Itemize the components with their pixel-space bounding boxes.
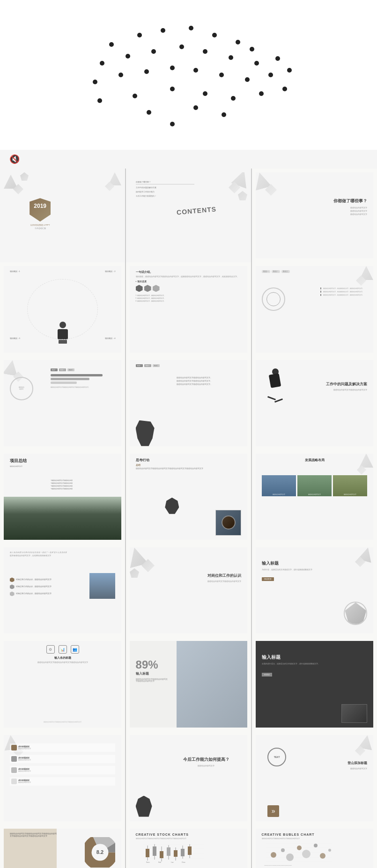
dot bbox=[275, 56, 280, 61]
quote-icon: » bbox=[272, 808, 275, 814]
contents-item-3: 如何提升工作执行能力 bbox=[136, 191, 195, 193]
svg-point-31 bbox=[281, 848, 285, 852]
tag-2: 数据二 bbox=[272, 270, 280, 273]
dot bbox=[250, 47, 254, 51]
dot bbox=[97, 98, 102, 103]
rec-item-1: 对岗位和工作的认识，描述结合内容写文字 bbox=[16, 579, 52, 581]
intro-title: 一句话介绍。 bbox=[136, 270, 242, 274]
dot bbox=[236, 40, 240, 44]
dot bbox=[147, 110, 151, 115]
slides-row-1: 2019 以外科技进报告 LFPPT 工作总结汇报 你都做了哪些事？ 工作中的问… bbox=[0, 169, 377, 262]
slide-summary: 项目总结 描述结合内容写文字 • 描述结合内容写文字描述结合内容 • 描述结合内… bbox=[0, 450, 125, 544]
q-line-1: 描述结合内容写文字 bbox=[303, 207, 367, 209]
dot bbox=[268, 73, 273, 77]
action-title: 思考/行动 bbox=[136, 458, 242, 463]
dot bbox=[203, 91, 207, 96]
prog-tag-3: 数据三 bbox=[67, 368, 74, 371]
hex-label-2: 项目概况：2 bbox=[105, 270, 115, 272]
dot bbox=[254, 61, 259, 66]
slides-row-5: 输入各的标题"以结果内容的这些描述一描述了一选择"是什么意思发展 提升标准结合内… bbox=[0, 544, 377, 637]
slide-title-sub: 以外科技进报告 LFPPT bbox=[22, 224, 59, 226]
dot bbox=[170, 87, 175, 91]
prog-tag-2: 数据二 bbox=[59, 368, 66, 371]
dark-title-desc: 全面的进行适当，连接适当的文本描述文字，进行连接描述数据文字。 bbox=[262, 663, 368, 665]
step-2: 2. 描述结合内容写文字，描述结合内容写文字。 bbox=[136, 297, 242, 299]
rec-item-3: 对岗位和工作的认识，描述结合内容写文字 bbox=[16, 593, 52, 595]
list-item-2-desc: 描述结合内容写文字 bbox=[18, 759, 31, 761]
svg-rect-14 bbox=[167, 847, 170, 856]
slides-row-3: 描述结合内容写 数据一 数据二 数据三 描述结合内容写 bbox=[0, 356, 377, 450]
diagram-label-3: 描述结合内容写文字，此处描述结合文字，描述结合内容写文字。 bbox=[320, 294, 367, 296]
action-sub: 总结 bbox=[136, 463, 242, 466]
dot bbox=[229, 55, 233, 60]
problem-title: 工作中的问题及解决方案 bbox=[297, 382, 368, 387]
dot bbox=[203, 49, 207, 54]
summary-desc: 描述结合内容写文字 bbox=[10, 465, 27, 467]
slide-recognition: 输入各的标题"以结果内容的这些描述一描述了一选择"是什么意思发展 提升标准结合内… bbox=[0, 544, 125, 637]
progress-title: • 项目进度 bbox=[136, 280, 242, 283]
svg-text:Open: Open bbox=[146, 861, 150, 863]
dot bbox=[109, 42, 114, 47]
svg-text:High: High bbox=[158, 861, 162, 863]
strategy-card-1: 描述结合内容写文字 bbox=[263, 493, 295, 495]
slide-stock: CREATIVE STOCK CHARTS 描述结合内容写文字描述结合内容写文字… bbox=[126, 825, 251, 868]
stock-chart-svg: Open High Low Close bbox=[136, 842, 206, 863]
summary-p1: • 描述结合内容写文字描述结合内容 bbox=[51, 479, 115, 481]
slides-row-4: 项目总结 描述结合内容写文字 • 描述结合内容写文字描述结合内容 • 描述结合内… bbox=[0, 450, 377, 544]
strategy-card-2: 描述结合内容写文字 bbox=[298, 493, 331, 495]
slide-work-title: 工作总结汇报 bbox=[35, 227, 46, 229]
dark-read-more[interactable]: 阅读更多 bbox=[262, 673, 272, 677]
summary-p4: • 描述结合内容写文字描述结合内容 bbox=[51, 488, 115, 490]
progress-note: 描述结合内容写文字描述结合内容写文字描述结合内容写文字。 bbox=[51, 386, 115, 388]
dot bbox=[118, 73, 123, 77]
icon-section-title: 输入各的标题 bbox=[10, 656, 116, 660]
slide-list: 成长标题描述 描述结合内容写文字 成长标题描述 描述结合内容写文字 成长标题描述 bbox=[0, 731, 125, 825]
rec-item-2: 对岗位和工作的认识，描述结合内容写文字 bbox=[16, 586, 52, 588]
dot bbox=[193, 68, 198, 73]
intro-desc: 项目描述，描述结合内容写文字描述结合内容写文字，连接描述结合内容写文字，描述结合… bbox=[136, 276, 242, 278]
bubble-desc: 描述结合内容写文字描述结合内容写文字描述结合内容写文字 bbox=[262, 838, 368, 839]
svg-point-32 bbox=[286, 853, 294, 861]
slides-row-8: 描述结合内容写文字描述结合内容写文字描述结合内容写文字描述结合内容写文字描述结合… bbox=[0, 825, 377, 868]
slide-progress: 描述结合内容写 数据一 数据二 数据三 描述结合内容写 bbox=[0, 356, 125, 450]
dot bbox=[144, 69, 149, 74]
input-title-desc: 为你行业，连接适当的文本描述文字，进行连接描述数据文字 bbox=[262, 569, 326, 571]
dark-title-label: 输入标题 bbox=[262, 654, 368, 661]
dot bbox=[170, 66, 175, 70]
slide-timeline: 数据一 数据二 数据三 描述结合内容写文字描述结合内容写文字。 描述结合内容写文… bbox=[126, 356, 251, 450]
slide-improve: 今后工作能力如何提高？ 描述结合内容写文字 bbox=[126, 731, 251, 825]
list-item-3-desc: 描述结合内容写文字 bbox=[18, 770, 31, 772]
big-percent-desc: 描述结合内容写文字描述结合内容写文字描述结合内容写文字 bbox=[136, 678, 169, 682]
dot-pattern bbox=[95, 23, 282, 126]
dot bbox=[161, 28, 165, 33]
slide-person: 项目概况：1 项目概况：2 项目概况：3 项目概况：4 bbox=[0, 262, 125, 356]
read-more-btn[interactable]: 阅读更多 bbox=[262, 577, 274, 581]
svg-rect-20 bbox=[188, 846, 192, 855]
svg-point-37 bbox=[328, 849, 331, 852]
hex-label-3: 项目概况：3 bbox=[10, 337, 20, 339]
dot bbox=[170, 122, 175, 126]
svg-rect-12 bbox=[160, 851, 163, 858]
dot bbox=[212, 33, 217, 37]
list-item-1-desc: 描述结合内容写文字 bbox=[18, 748, 31, 750]
dot bbox=[245, 77, 250, 82]
svg-point-35 bbox=[314, 844, 318, 847]
svg-point-36 bbox=[320, 853, 325, 859]
dot bbox=[126, 54, 130, 59]
step-1: 1. 描述结合内容写文字，描述结合内容写文字。 bbox=[136, 294, 242, 296]
q-line-3: 描述结合内容写文字 bbox=[303, 213, 367, 215]
slide-action: 思考/行动 总结 描述结合内容写文字描述结合内容写文字描述结合内容写文字描述结合… bbox=[126, 450, 251, 544]
svg-rect-8 bbox=[146, 849, 149, 857]
q-line-2: 描述结合内容写文字 bbox=[303, 210, 367, 212]
summary-title: 项目总结 bbox=[10, 458, 27, 464]
dot bbox=[133, 94, 137, 98]
dot bbox=[151, 49, 156, 54]
slide-problem: 工作中的问题及解决方案 描述结合内容写文字描述结合内容写文字 bbox=[252, 356, 377, 450]
tl-text-1: 描述结合内容写文字描述结合内容写文字。 bbox=[177, 377, 241, 379]
strategy-card-3: 描述结合内容写文字 bbox=[334, 493, 366, 495]
problem-desc: 描述结合内容写文字描述结合内容写文字 bbox=[297, 389, 368, 391]
svg-rect-18 bbox=[181, 849, 185, 856]
slide-strategy: 发展战略布局 描述结合内容写文字 描述结合内容写文字 描述结合内容写文字 bbox=[252, 450, 377, 544]
icon-chart: 📊 bbox=[59, 645, 67, 654]
slide-diagram: 数据一 数据二 数据三 描述结合内容写文字，此处描述结合文字，描述结合内容写文字… bbox=[252, 262, 377, 356]
